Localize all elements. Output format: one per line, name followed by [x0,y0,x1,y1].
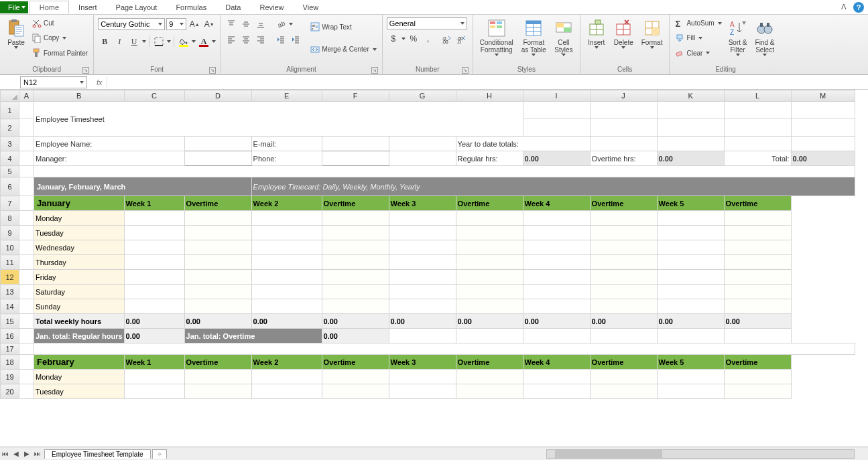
sort-filter-button[interactable]: AZSort & Filter [726,16,750,60]
font-size-select[interactable]: 9 [166,18,186,30]
dialog-launcher-icon[interactable]: ↘ [371,67,378,74]
increase-decimal-button[interactable]: .0.00 [440,32,454,46]
help-icon[interactable]: ? [853,2,864,13]
format-as-table-label: Format as Table [521,39,546,54]
tab-data[interactable]: Data [216,1,250,13]
orientation-button[interactable]: ab [274,17,288,31]
decrease-indent-button[interactable] [274,33,288,46]
tab-review[interactable]: Review [250,1,293,13]
tab-formulas[interactable]: Formulas [166,1,216,13]
dialog-launcher-icon[interactable]: ↘ [82,67,89,74]
group-styles: Conditional Formatting Format as Table C… [473,15,580,74]
number-format-select[interactable]: General [387,17,467,29]
align-bottom-button[interactable] [254,17,267,31]
align-center-button[interactable] [239,33,253,46]
tab-insert[interactable]: Insert [69,1,107,13]
svg-rect-80 [760,23,763,27]
increase-indent-button[interactable] [289,33,302,46]
chevron-down-icon [595,46,599,49]
paste-icon [7,19,25,37]
decrease-decimal-button[interactable]: .00.0 [455,32,469,46]
dialog-launcher-icon[interactable]: ↘ [462,67,469,74]
formula-input[interactable] [107,76,868,88]
bold-button[interactable]: B [98,35,111,48]
format-painter-button[interactable]: Format Painter [31,48,89,58]
format-cells-icon [643,19,662,37]
italic-button[interactable]: I [113,35,126,48]
sort-filter-icon: AZ [729,19,747,37]
chevron-down-icon[interactable] [401,37,406,40]
minimize-ribbon-icon[interactable]: ᐱ [839,1,849,13]
copy-button[interactable]: Copy [31,33,89,44]
chevron-down-icon[interactable] [192,40,196,43]
insert-cells-button[interactable]: Insert [584,16,609,60]
underline-button[interactable]: U [127,35,141,48]
tab-view[interactable]: View [294,1,328,13]
chevron-down-icon [763,54,767,56]
group-font: Century Gothic 9 A▲ A▼ B I U A Font↘ [94,15,221,74]
format-as-table-button[interactable]: Format as Table [519,16,549,60]
svg-rect-52 [497,21,502,24]
svg-rect-9 [155,37,163,46]
fill-button[interactable]: Fill [674,33,723,44]
sort-filter-label: Sort & Filter [729,39,747,54]
format-cells-button[interactable]: Format [639,16,666,60]
accounting-format-button[interactable]: $ [387,32,400,46]
tab-page-layout[interactable]: Page Layout [107,1,167,13]
tab-home[interactable]: Home [29,1,69,14]
chevron-down-icon[interactable] [167,40,171,43]
autosum-button[interactable]: ΣAutoSum [674,18,723,29]
group-editing: ΣAutoSum Fill Clear AZSort & Filter Find… [670,15,781,74]
cut-button[interactable]: Cut [31,18,89,29]
chevron-down-icon[interactable] [289,23,293,25]
delete-cells-button[interactable]: Delete [611,16,636,60]
clear-button[interactable]: Clear [674,48,723,58]
font-color-button[interactable]: A [197,35,210,48]
insert-cells-label: Insert [588,39,605,46]
align-top-button[interactable] [225,17,238,31]
tab-file[interactable]: File [0,1,28,13]
chevron-down-icon [495,54,499,56]
chevron-down-icon[interactable] [142,40,146,43]
border-button[interactable] [152,35,166,48]
conditional-formatting-label: Conditional Formatting [480,39,513,54]
chevron-down-icon[interactable] [212,40,216,43]
group-label-editing: Editing [715,66,736,73]
wrap-text-icon: abc [310,22,320,31]
svg-text:.0: .0 [456,39,461,44]
align-right-button[interactable] [254,33,267,46]
paste-button[interactable]: Paste [4,16,28,60]
find-select-button[interactable]: Find & Select [753,16,778,60]
svg-rect-51 [490,21,495,24]
scissors-icon [32,19,42,28]
conditional-formatting-button[interactable]: Conditional Formatting [477,16,516,60]
dialog-launcher-icon[interactable]: ↘ [209,67,216,74]
insert-cells-icon [587,19,606,37]
fill-color-button[interactable] [177,35,190,48]
wrap-text-button[interactable]: abcWrap Text [309,21,378,32]
merge-center-button[interactable]: Merge & Center [309,44,378,55]
percent-format-button[interactable]: % [407,32,420,46]
decrease-font-button[interactable]: A▼ [202,17,216,31]
align-left-button[interactable] [225,33,238,46]
chevron-down-icon [80,81,84,84]
svg-rect-62 [564,27,571,32]
chevron-down-icon [532,54,536,56]
comma-format-button[interactable]: , [422,32,435,46]
align-middle-button[interactable] [239,17,253,31]
binoculars-icon [755,19,774,37]
copy-icon [32,33,42,43]
group-number: General $ % , .0.00 .00.0 Number↘ [383,15,473,74]
increase-font-button[interactable]: A▲ [188,17,201,31]
svg-rect-8 [35,52,38,57]
chevron-down-icon [373,48,377,51]
fill-down-icon [675,33,684,43]
cell-styles-button[interactable]: Cell Styles [552,16,576,60]
svg-rect-73 [652,28,659,35]
group-cells: Insert Delete Format Cells [580,15,670,74]
fx-icon[interactable]: fx [92,78,107,86]
name-box[interactable]: N12 [20,76,87,88]
font-name-select[interactable]: Century Gothic [98,18,165,30]
cell-styles-icon [554,19,573,37]
svg-rect-2 [15,25,23,36]
